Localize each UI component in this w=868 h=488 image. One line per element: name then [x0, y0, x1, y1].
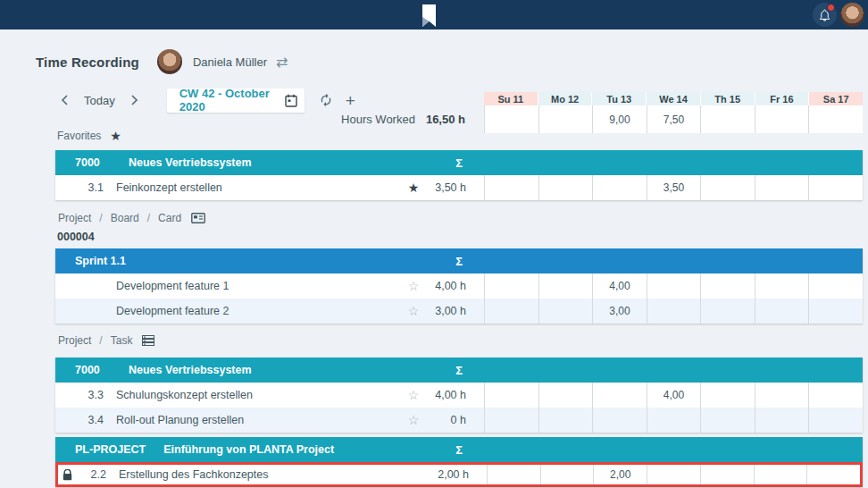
time-entry-cell[interactable] — [700, 273, 755, 299]
hours-day-total: 7,50 — [647, 105, 701, 133]
notification-badge — [827, 4, 835, 12]
time-entry-cell[interactable] — [700, 408, 755, 433]
time-entry-cell[interactable] — [538, 175, 593, 200]
time-entry-cell[interactable] — [700, 299, 755, 324]
breadcrumb-part: Project — [58, 334, 91, 347]
task-list-icon — [142, 335, 154, 346]
task-row-highlighted: 2.2 Erstellung des Fachkonzeptes 2,00 h … — [55, 462, 863, 487]
hours-day-total — [484, 105, 538, 133]
breadcrumb-part: Card — [158, 212, 181, 224]
user-avatar[interactable] — [840, 3, 864, 27]
day-header: We 14 — [647, 92, 701, 105]
section-header-row: 7000 Neues Vertriebssystem Σ — [55, 150, 863, 175]
favorites-header: Favorites ★ — [57, 129, 121, 143]
task-name: Schulungskonzept erstellen — [116, 389, 402, 401]
hours-worked: Hours Worked 16,50 h — [268, 105, 465, 133]
time-entry-cell[interactable] — [484, 273, 538, 299]
section-header-row: PL-PROJECT Einführung von PLANTA Project… — [55, 437, 863, 462]
task-sum: 4,00 h — [425, 389, 484, 401]
today-button[interactable]: Today — [84, 94, 115, 107]
favorite-star-icon[interactable]: ☆ — [402, 304, 425, 318]
time-entry-cell[interactable]: 4,00 — [647, 383, 701, 408]
section-header-row: 7000 Neues Vertriebssystem Σ — [55, 358, 863, 383]
task-name: Erstellung des Fachkonzeptes — [119, 468, 405, 481]
time-entry-cell[interactable] — [538, 383, 593, 408]
time-entry-cell[interactable] — [592, 408, 647, 433]
day-header: Fr 16 — [755, 92, 810, 105]
time-entry-cell[interactable] — [808, 299, 863, 324]
switch-user-icon[interactable]: ⇄ — [276, 54, 288, 71]
page-title: Time Recording — [36, 55, 139, 70]
time-entry-cell[interactable] — [808, 175, 863, 200]
favorite-star-icon[interactable]: ☆ — [402, 279, 425, 293]
day-header: Tu 13 — [592, 92, 647, 105]
time-entry-cell[interactable] — [484, 408, 538, 433]
sum-sigma-icon: Σ — [425, 364, 484, 377]
time-entry-cell[interactable] — [806, 465, 860, 484]
breadcrumb-part: Board — [111, 212, 139, 224]
pl-project-section: PL-PROJECT Einführung von PLANTA Project… — [55, 437, 863, 487]
time-entry-cell[interactable] — [755, 175, 809, 200]
time-entry-cell[interactable] — [538, 299, 593, 324]
time-entry-cell[interactable] — [647, 465, 700, 484]
time-entry-cell[interactable]: 4,00 — [592, 273, 647, 299]
favorites-label: Favorites — [57, 130, 101, 142]
employee-name: Daniela Müller — [193, 55, 267, 69]
favorite-star-icon[interactable]: ☆ — [402, 413, 425, 427]
time-entry-cell[interactable] — [647, 408, 701, 433]
notifications-button[interactable] — [813, 3, 837, 27]
favorites-star-icon[interactable]: ★ — [110, 129, 121, 143]
time-entry-cell[interactable] — [484, 175, 538, 200]
board-section: Sprint 1.1 Σ Development feature 1 ☆ 4,0… — [55, 248, 863, 324]
time-entry-cell[interactable] — [538, 273, 593, 299]
time-entry-cell[interactable] — [808, 383, 863, 408]
hours-worked-grid: 9,00 7,50 — [484, 105, 863, 133]
task-section: 7000 Neues Vertriebssystem Σ 3.3 Schulun… — [55, 358, 863, 433]
task-row: 3.3 Schulungskonzept erstellen ☆ 4,00 h … — [55, 383, 863, 408]
time-entry-cell[interactable] — [700, 465, 754, 484]
time-entry-cell[interactable] — [540, 465, 594, 484]
time-entry-cell[interactable] — [755, 408, 809, 433]
breadcrumb-board-card: Project / Board / Card — [58, 212, 205, 224]
day-header: Sa 17 — [809, 92, 863, 105]
hours-day-total — [755, 105, 809, 133]
favorite-star-icon[interactable]: ★ — [402, 181, 425, 195]
time-recording-app: Time Recording Daniela Müller ⇄ Today CW… — [0, 0, 868, 488]
time-entry-cell[interactable]: 2,00 — [593, 465, 647, 484]
time-entry-cell[interactable]: 3,00 — [592, 299, 647, 324]
hours-worked-label: Hours Worked — [341, 113, 415, 126]
time-entry-cell[interactable] — [700, 383, 755, 408]
task-sum: 2,00 h — [428, 468, 487, 481]
favorite-star-icon[interactable]: ☆ — [402, 388, 425, 402]
time-entry-cell[interactable] — [592, 175, 647, 200]
next-week-button[interactable] — [126, 95, 144, 105]
hours-day-total — [700, 105, 755, 133]
task-name: Development feature 1 — [116, 280, 402, 292]
time-entry-cell[interactable] — [538, 408, 593, 433]
time-entry-cell[interactable] — [755, 383, 809, 408]
card-icon — [191, 213, 205, 223]
time-entry-cell[interactable] — [755, 273, 809, 299]
time-entry-cell[interactable] — [754, 465, 807, 484]
time-entry-cell[interactable] — [592, 383, 647, 408]
employee-avatar[interactable] — [157, 49, 182, 74]
previous-week-button[interactable] — [55, 95, 73, 105]
time-entry-cell[interactable] — [808, 408, 863, 433]
title-row: Time Recording Daniela Müller ⇄ — [36, 46, 288, 77]
time-entry-cell[interactable] — [808, 273, 863, 299]
task-row: Development feature 1 ☆ 4,00 h 4,00 — [55, 273, 863, 299]
project-name: Neues Vertriebssystem — [129, 156, 425, 169]
time-entry-cell[interactable]: 3,50 — [647, 175, 701, 200]
time-entry-cell[interactable] — [647, 299, 701, 324]
task-sum: 3,50 h — [425, 181, 484, 194]
day-header: Th 15 — [701, 92, 755, 105]
time-entry-cell[interactable] — [755, 299, 809, 324]
task-name: Development feature 2 — [116, 305, 402, 317]
time-entry-cell[interactable] — [487, 465, 540, 484]
time-entry-cell[interactable] — [700, 175, 755, 200]
time-entry-cell[interactable] — [647, 273, 701, 299]
time-entry-cell[interactable] — [484, 383, 538, 408]
time-entry-cell[interactable] — [484, 299, 538, 324]
task-row: Development feature 2 ☆ 3,00 h 3,00 — [55, 299, 863, 324]
breadcrumb-part: Project — [58, 212, 91, 224]
